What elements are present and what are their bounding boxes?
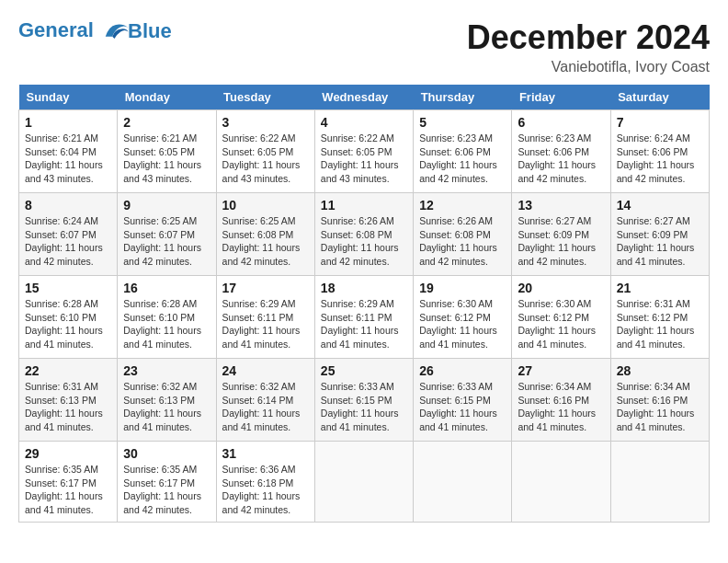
table-row: 24Sunrise: 6:32 AMSunset: 6:14 PMDayligh… <box>216 359 314 442</box>
month-title: December 2024 <box>467 18 710 57</box>
table-row: 11Sunrise: 6:26 AMSunset: 6:08 PMDayligh… <box>314 193 413 276</box>
table-row: 4Sunrise: 6:22 AMSunset: 6:05 PMDaylight… <box>314 110 413 193</box>
day-number: 9 <box>123 198 210 213</box>
day-number: 30 <box>123 446 210 461</box>
day-info: Sunrise: 6:33 AMSunset: 6:15 PMDaylight:… <box>419 380 506 434</box>
table-row <box>512 442 610 523</box>
table-row: 25Sunrise: 6:33 AMSunset: 6:15 PMDayligh… <box>314 359 413 442</box>
day-number: 17 <box>222 281 309 295</box>
logo-blue: Blue <box>128 19 172 42</box>
day-number: 20 <box>518 281 604 295</box>
day-number: 6 <box>518 115 604 130</box>
table-row: 21Sunrise: 6:31 AMSunset: 6:12 PMDayligh… <box>610 276 709 359</box>
day-number: 22 <box>25 363 111 378</box>
table-row <box>314 442 413 523</box>
day-info: Sunrise: 6:32 AMSunset: 6:14 PMDaylight:… <box>222 380 309 434</box>
day-number: 14 <box>617 198 703 213</box>
day-info: Sunrise: 6:35 AMSunset: 6:17 PMDaylight:… <box>123 463 210 517</box>
table-row: 8Sunrise: 6:24 AMSunset: 6:07 PMDaylight… <box>19 193 118 276</box>
day-info: Sunrise: 6:29 AMSunset: 6:11 PMDaylight:… <box>222 297 309 351</box>
col-monday: Monday <box>118 85 216 110</box>
col-tuesday: Tuesday <box>216 85 314 110</box>
calendar-header-row: Sunday Monday Tuesday Wednesday Thursday… <box>19 85 710 110</box>
day-info: Sunrise: 6:35 AMSunset: 6:17 PMDaylight:… <box>25 463 111 517</box>
day-info: Sunrise: 6:28 AMSunset: 6:10 PMDaylight:… <box>123 297 210 351</box>
table-row <box>610 442 709 523</box>
table-row <box>414 442 512 523</box>
table-row: 6Sunrise: 6:23 AMSunset: 6:06 PMDaylight… <box>512 110 610 193</box>
table-row: 30Sunrise: 6:35 AMSunset: 6:17 PMDayligh… <box>118 442 216 523</box>
day-number: 2 <box>123 115 210 130</box>
table-row: 3Sunrise: 6:22 AMSunset: 6:05 PMDaylight… <box>216 110 314 193</box>
day-number: 25 <box>321 363 407 378</box>
day-info: Sunrise: 6:25 AMSunset: 6:08 PMDaylight:… <box>222 214 309 269</box>
day-info: Sunrise: 6:27 AMSunset: 6:09 PMDaylight:… <box>518 214 604 269</box>
day-info: Sunrise: 6:23 AMSunset: 6:06 PMDaylight:… <box>518 132 604 186</box>
logo-text: General <box>18 18 130 44</box>
day-info: Sunrise: 6:22 AMSunset: 6:05 PMDaylight:… <box>321 132 407 186</box>
day-info: Sunrise: 6:26 AMSunset: 6:08 PMDaylight:… <box>321 214 407 269</box>
table-row: 10Sunrise: 6:25 AMSunset: 6:08 PMDayligh… <box>216 193 314 276</box>
day-info: Sunrise: 6:31 AMSunset: 6:13 PMDaylight:… <box>25 380 111 434</box>
day-number: 21 <box>617 281 703 295</box>
table-row: 20Sunrise: 6:30 AMSunset: 6:12 PMDayligh… <box>512 276 610 359</box>
table-row: 9Sunrise: 6:25 AMSunset: 6:07 PMDaylight… <box>118 193 216 276</box>
calendar-table: Sunday Monday Tuesday Wednesday Thursday… <box>18 85 710 523</box>
table-row: 31Sunrise: 6:36 AMSunset: 6:18 PMDayligh… <box>216 442 314 523</box>
day-number: 27 <box>518 363 604 378</box>
table-row: 1Sunrise: 6:21 AMSunset: 6:04 PMDaylight… <box>19 110 118 193</box>
day-number: 24 <box>222 363 309 378</box>
day-info: Sunrise: 6:25 AMSunset: 6:07 PMDaylight:… <box>123 214 210 269</box>
table-row: 28Sunrise: 6:34 AMSunset: 6:16 PMDayligh… <box>610 359 709 442</box>
day-info: Sunrise: 6:26 AMSunset: 6:08 PMDaylight:… <box>419 214 506 269</box>
logo-bird-icon <box>102 18 130 44</box>
col-wednesday: Wednesday <box>314 85 413 110</box>
location-subtitle: Vaniebotifla, Ivory Coast <box>467 59 710 75</box>
table-row: 17Sunrise: 6:29 AMSunset: 6:11 PMDayligh… <box>216 276 314 359</box>
day-info: Sunrise: 6:23 AMSunset: 6:06 PMDaylight:… <box>419 132 506 186</box>
day-info: Sunrise: 6:30 AMSunset: 6:12 PMDaylight:… <box>518 297 604 351</box>
day-info: Sunrise: 6:34 AMSunset: 6:16 PMDaylight:… <box>617 380 703 434</box>
table-row: 22Sunrise: 6:31 AMSunset: 6:13 PMDayligh… <box>19 359 118 442</box>
day-number: 28 <box>617 363 703 378</box>
table-row: 18Sunrise: 6:29 AMSunset: 6:11 PMDayligh… <box>314 276 413 359</box>
day-number: 3 <box>222 115 309 130</box>
day-info: Sunrise: 6:22 AMSunset: 6:05 PMDaylight:… <box>222 132 309 186</box>
table-row: 26Sunrise: 6:33 AMSunset: 6:15 PMDayligh… <box>414 359 512 442</box>
day-info: Sunrise: 6:24 AMSunset: 6:07 PMDaylight:… <box>25 214 111 269</box>
day-number: 18 <box>321 281 407 295</box>
logo-general: General <box>18 18 94 41</box>
table-row: 15Sunrise: 6:28 AMSunset: 6:10 PMDayligh… <box>19 276 118 359</box>
table-row: 7Sunrise: 6:24 AMSunset: 6:06 PMDaylight… <box>610 110 709 193</box>
day-info: Sunrise: 6:29 AMSunset: 6:11 PMDaylight:… <box>321 297 407 351</box>
day-info: Sunrise: 6:30 AMSunset: 6:12 PMDaylight:… <box>419 297 506 351</box>
day-number: 26 <box>419 363 506 378</box>
table-row: 27Sunrise: 6:34 AMSunset: 6:16 PMDayligh… <box>512 359 610 442</box>
day-number: 5 <box>419 115 506 130</box>
day-info: Sunrise: 6:33 AMSunset: 6:15 PMDaylight:… <box>321 380 407 434</box>
table-row: 29Sunrise: 6:35 AMSunset: 6:17 PMDayligh… <box>19 442 118 523</box>
day-number: 8 <box>25 198 111 213</box>
table-row: 2Sunrise: 6:21 AMSunset: 6:05 PMDaylight… <box>118 110 216 193</box>
table-row: 12Sunrise: 6:26 AMSunset: 6:08 PMDayligh… <box>414 193 512 276</box>
col-friday: Friday <box>512 85 610 110</box>
title-area: December 2024 Vaniebotifla, Ivory Coast <box>467 18 710 75</box>
table-row: 23Sunrise: 6:32 AMSunset: 6:13 PMDayligh… <box>118 359 216 442</box>
table-row: 19Sunrise: 6:30 AMSunset: 6:12 PMDayligh… <box>414 276 512 359</box>
day-info: Sunrise: 6:34 AMSunset: 6:16 PMDaylight:… <box>518 380 604 434</box>
table-row: 16Sunrise: 6:28 AMSunset: 6:10 PMDayligh… <box>118 276 216 359</box>
day-number: 19 <box>419 281 506 295</box>
day-number: 4 <box>321 115 407 130</box>
logo: General Blue <box>18 18 172 44</box>
day-info: Sunrise: 6:31 AMSunset: 6:12 PMDaylight:… <box>617 297 703 351</box>
day-info: Sunrise: 6:21 AMSunset: 6:04 PMDaylight:… <box>25 132 111 186</box>
day-number: 29 <box>25 446 111 461</box>
day-info: Sunrise: 6:27 AMSunset: 6:09 PMDaylight:… <box>617 214 703 269</box>
day-number: 15 <box>25 281 111 295</box>
col-thursday: Thursday <box>414 85 512 110</box>
day-info: Sunrise: 6:28 AMSunset: 6:10 PMDaylight:… <box>25 297 111 351</box>
table-row: 13Sunrise: 6:27 AMSunset: 6:09 PMDayligh… <box>512 193 610 276</box>
day-info: Sunrise: 6:24 AMSunset: 6:06 PMDaylight:… <box>617 132 703 186</box>
day-number: 12 <box>419 198 506 213</box>
day-number: 11 <box>321 198 407 213</box>
